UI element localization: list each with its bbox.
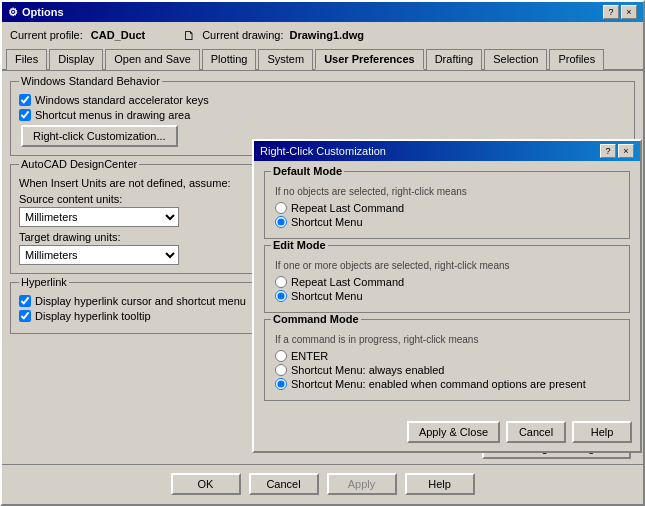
- command-enter-label: ENTER: [291, 350, 328, 362]
- drawing-icon: 🗋: [183, 28, 196, 43]
- help-button[interactable]: ?: [603, 5, 619, 19]
- apply-button[interactable]: Apply: [327, 473, 397, 495]
- toolbar-row: Current profile: CAD_Duct 🗋 Current draw…: [2, 22, 643, 48]
- source-units-dropdown[interactable]: Millimeters: [19, 207, 179, 227]
- command-always-radio[interactable]: [275, 364, 287, 376]
- default-repeat-radio[interactable]: [275, 202, 287, 214]
- target-units-dropdown[interactable]: Millimeters: [19, 245, 179, 265]
- edit-shortcut-radio[interactable]: [275, 290, 287, 302]
- tab-system[interactable]: System: [258, 49, 313, 70]
- shortcut-menus-checkbox[interactable]: [19, 109, 31, 121]
- command-always-row: Shortcut Menu: always enabled: [275, 364, 619, 376]
- default-repeat-label: Repeat Last Command: [291, 202, 404, 214]
- profile-value: CAD_Duct: [91, 29, 145, 41]
- dialog-cancel-button[interactable]: Cancel: [506, 421, 566, 443]
- tab-user-preferences[interactable]: User Preferences: [315, 49, 424, 70]
- title-bar-left: ⚙ Options: [8, 6, 64, 19]
- default-shortcut-row: Shortcut Menu: [275, 216, 619, 228]
- default-mode-title: Default Mode: [271, 165, 344, 177]
- command-present-radio[interactable]: [275, 378, 287, 390]
- title-bar: ⚙ Options ? ×: [2, 2, 643, 22]
- window-icon: ⚙: [8, 6, 18, 19]
- dialog-help-button[interactable]: ?: [600, 144, 616, 158]
- hyperlink-tooltip-label: Display hyperlink tooltip: [35, 310, 151, 322]
- command-mode-section: Command Mode If a command is in progress…: [264, 319, 630, 401]
- title-bar-controls: ? ×: [603, 5, 637, 19]
- default-repeat-row: Repeat Last Command: [275, 202, 619, 214]
- cancel-button[interactable]: Cancel: [249, 473, 319, 495]
- right-click-dialog: Right-Click Customization ? × Default Mo…: [252, 139, 642, 453]
- default-mode-section: Default Mode If no objects are selected,…: [264, 171, 630, 239]
- hyperlink-cursor-label: Display hyperlink cursor and shortcut me…: [35, 295, 246, 307]
- default-mode-subtitle: If no objects are selected, right-click …: [275, 186, 619, 197]
- help-button-footer[interactable]: Help: [405, 473, 475, 495]
- tab-display[interactable]: Display: [49, 49, 103, 70]
- close-button[interactable]: ×: [621, 5, 637, 19]
- edit-repeat-row: Repeat Last Command: [275, 276, 619, 288]
- profile-label: Current profile:: [10, 29, 83, 41]
- tabs-bar: Files Display Open and Save Plotting Sys…: [2, 48, 643, 71]
- hyperlink-tooltip-checkbox[interactable]: [19, 310, 31, 322]
- ok-button[interactable]: OK: [171, 473, 241, 495]
- design-center-title: AutoCAD DesignCenter: [19, 158, 139, 170]
- main-window: ⚙ Options ? × Current profile: CAD_Duct …: [0, 0, 645, 506]
- dialog-footer: Apply & Close Cancel Help: [254, 417, 640, 451]
- right-click-customization-button[interactable]: Right-click Customization...: [21, 125, 178, 147]
- footer-buttons: OK Cancel Apply Help: [2, 464, 643, 495]
- command-present-row: Shortcut Menu: enabled when command opti…: [275, 378, 619, 390]
- tab-open-save[interactable]: Open and Save: [105, 49, 199, 70]
- command-always-label: Shortcut Menu: always enabled: [291, 364, 444, 376]
- dialog-close-button[interactable]: ×: [618, 144, 634, 158]
- drawing-value: Drawing1.dwg: [290, 29, 365, 41]
- edit-repeat-radio[interactable]: [275, 276, 287, 288]
- command-enter-row: ENTER: [275, 350, 619, 362]
- tab-files[interactable]: Files: [6, 49, 47, 70]
- command-enter-radio[interactable]: [275, 350, 287, 362]
- default-shortcut-radio[interactable]: [275, 216, 287, 228]
- accel-keys-checkbox[interactable]: [19, 94, 31, 106]
- windows-standard-title: Windows Standard Behavior: [19, 75, 162, 87]
- edit-mode-title: Edit Mode: [271, 239, 328, 251]
- edit-shortcut-label: Shortcut Menu: [291, 290, 363, 302]
- shortcut-menus-label: Shortcut menus in drawing area: [35, 109, 190, 121]
- dialog-help-btn[interactable]: Help: [572, 421, 632, 443]
- window-title: Options: [22, 6, 64, 18]
- default-shortcut-label: Shortcut Menu: [291, 216, 363, 228]
- tab-drafting[interactable]: Drafting: [426, 49, 483, 70]
- dialog-title-bar: Right-Click Customization ? ×: [254, 141, 640, 161]
- tab-plotting[interactable]: Plotting: [202, 49, 257, 70]
- command-mode-title: Command Mode: [271, 313, 361, 325]
- edit-mode-section: Edit Mode If one or more objects are sel…: [264, 245, 630, 313]
- edit-repeat-label: Repeat Last Command: [291, 276, 404, 288]
- command-present-label: Shortcut Menu: enabled when command opti…: [291, 378, 586, 390]
- hyperlink-title: Hyperlink: [19, 276, 69, 288]
- accel-keys-label: Windows standard accelerator keys: [35, 94, 209, 106]
- shortcut-menus-row: Shortcut menus in drawing area: [19, 109, 626, 121]
- dialog-content: Default Mode If no objects are selected,…: [254, 161, 640, 417]
- apply-close-button[interactable]: Apply & Close: [407, 421, 500, 443]
- hyperlink-cursor-checkbox[interactable]: [19, 295, 31, 307]
- tab-profiles[interactable]: Profiles: [549, 49, 604, 70]
- edit-mode-subtitle: If one or more objects are selected, rig…: [275, 260, 619, 271]
- accel-keys-row: Windows standard accelerator keys: [19, 94, 626, 106]
- edit-shortcut-row: Shortcut Menu: [275, 290, 619, 302]
- command-mode-subtitle: If a command is in progress, right-click…: [275, 334, 619, 345]
- drawing-label: Current drawing:: [202, 29, 283, 41]
- dialog-title: Right-Click Customization: [260, 145, 386, 157]
- tab-selection[interactable]: Selection: [484, 49, 547, 70]
